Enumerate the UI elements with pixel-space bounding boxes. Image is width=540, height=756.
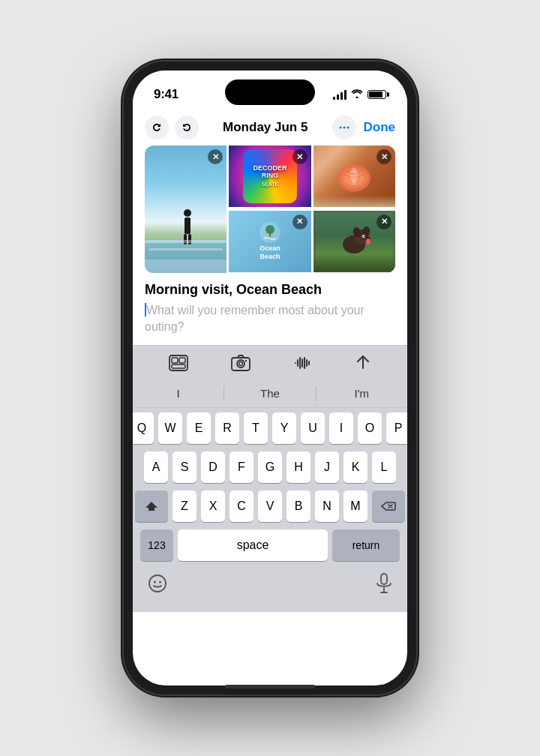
key-U[interactable]: U [301, 412, 325, 444]
key-R[interactable]: R [215, 412, 239, 444]
status-bar: 9:41 [133, 70, 407, 108]
dynamic-island [225, 80, 315, 105]
ocean-beach-tile-cell: OceanBeach ✕ [229, 211, 310, 274]
bottom-bar [133, 567, 407, 612]
key-E[interactable]: E [187, 412, 211, 444]
key-I[interactable]: I [329, 412, 353, 444]
keyboard: Q W E R T Y U I O P A S D F G H J [133, 408, 407, 567]
svg-point-32 [149, 575, 166, 592]
key-P[interactable]: P [386, 412, 407, 444]
svg-rect-18 [172, 358, 178, 363]
key-V[interactable]: V [258, 490, 282, 522]
key-Q[interactable]: Q [133, 412, 154, 444]
svg-point-33 [154, 580, 156, 583]
battery-icon [368, 90, 386, 99]
space-key[interactable]: space [178, 530, 328, 561]
journal-content[interactable]: Morning visit, Ocean Beach What will you… [133, 282, 407, 345]
phone-screen: 9:41 [133, 70, 407, 686]
journal-header: Monday Jun 5 Done [133, 108, 407, 146]
svg-rect-8 [269, 231, 271, 237]
keyboard-row-1: Q W E R T Y U I O P [136, 412, 404, 444]
svg-rect-20 [172, 364, 185, 368]
key-L[interactable]: L [372, 452, 396, 483]
more-button[interactable] [332, 116, 356, 140]
microphone-button[interactable] [376, 573, 392, 597]
svg-rect-19 [179, 358, 185, 363]
home-indicator [225, 685, 315, 688]
journal-title: Morning visit, Ocean Beach [145, 282, 395, 298]
key-S[interactable]: S [172, 452, 196, 483]
redo-button[interactable] [175, 116, 199, 140]
header-right: Done [332, 116, 396, 140]
emoji-button[interactable] [148, 574, 167, 596]
key-F[interactable]: F [230, 452, 254, 483]
remove-dog-photo-button[interactable]: ✕ [376, 214, 392, 230]
svg-point-34 [159, 580, 161, 583]
journal-placeholder: What will you remember most about your o… [145, 304, 364, 333]
key-H[interactable]: H [286, 452, 310, 483]
media-grid: ✕ DECODER RING SLATE ✕ [145, 146, 395, 273]
audio-button[interactable] [292, 355, 312, 371]
header-left [145, 116, 199, 140]
keyboard-row-2: A S D F G H J K L [136, 452, 404, 483]
signal-bars-icon [333, 90, 347, 100]
svg-point-1 [343, 127, 345, 129]
journal-text-area[interactable]: What will you remember most about your o… [145, 302, 395, 336]
keyboard-row-3: Z X C V B N M [136, 490, 404, 522]
key-D[interactable]: D [201, 452, 225, 483]
beach-location-icon [260, 222, 280, 243]
key-Y[interactable]: Y [272, 412, 296, 444]
key-B[interactable]: B [286, 490, 310, 522]
beach-photo [145, 146, 226, 273]
done-button[interactable]: Done [364, 120, 396, 135]
input-toolbar [133, 345, 407, 380]
remove-seashell-button[interactable]: ✕ [376, 149, 392, 164]
seashell-cell: ✕ [314, 146, 395, 208]
svg-point-24 [245, 360, 247, 362]
send-button[interactable] [355, 355, 371, 371]
wifi-icon [351, 89, 363, 100]
beach-photo-cell: ✕ [145, 146, 226, 273]
ocean-beach-label: OceanBeach [260, 244, 280, 261]
svg-point-0 [339, 127, 341, 129]
undo-button[interactable] [145, 116, 169, 140]
photo-library-button[interactable] [169, 355, 188, 371]
keyboard-row-4: 123 space return [136, 530, 404, 561]
svg-point-22 [237, 360, 244, 368]
remove-decoder-ring-button[interactable]: ✕ [292, 149, 308, 164]
numbers-key[interactable]: 123 [140, 530, 173, 561]
svg-rect-35 [381, 574, 387, 584]
remove-ocean-beach-button[interactable]: ✕ [292, 214, 308, 230]
svg-point-2 [346, 127, 349, 129]
delete-key[interactable] [372, 490, 405, 522]
shift-key[interactable] [135, 490, 168, 522]
return-key[interactable]: return [332, 530, 400, 561]
autocomplete-bar: I The I'm [133, 380, 407, 408]
dog-photo-cell: ✕ [314, 211, 395, 274]
key-K[interactable]: K [344, 452, 368, 483]
key-M[interactable]: M [344, 490, 368, 522]
key-O[interactable]: O [358, 412, 382, 444]
key-Z[interactable]: Z [172, 490, 196, 522]
key-J[interactable]: J [315, 452, 339, 483]
key-N[interactable]: N [315, 490, 339, 522]
key-A[interactable]: A [144, 452, 168, 483]
key-G[interactable]: G [258, 452, 282, 483]
key-W[interactable]: W [158, 412, 182, 444]
decoder-ring-cell: DECODER RING SLATE ✕ [229, 146, 310, 208]
autocomplete-word-2[interactable]: The [224, 387, 315, 400]
autocomplete-word-1[interactable]: I [133, 387, 224, 400]
status-icons [333, 89, 387, 100]
key-X[interactable]: X [201, 490, 225, 522]
svg-point-23 [238, 362, 242, 365]
camera-button[interactable] [231, 355, 250, 371]
key-T[interactable]: T [244, 412, 268, 444]
autocomplete-word-3[interactable]: I'm [316, 387, 407, 400]
phone-frame: 9:41 [124, 62, 416, 694]
header-date: Monday Jun 5 [199, 120, 332, 135]
key-C[interactable]: C [230, 490, 254, 522]
status-time: 9:41 [154, 87, 178, 102]
